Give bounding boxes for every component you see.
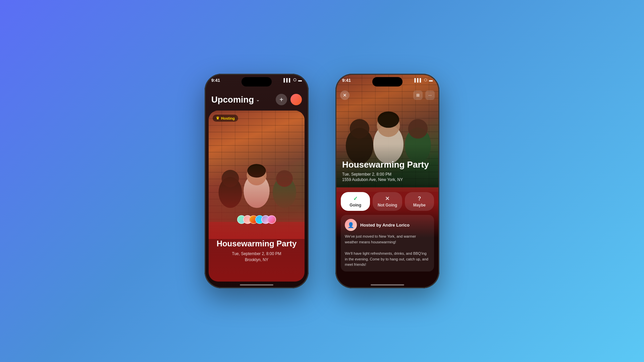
maybe-label: Maybe: [413, 203, 426, 207]
going-button[interactable]: ✓ Going: [341, 192, 370, 211]
user-avatar[interactable]: [290, 94, 302, 105]
signal-icon: ▌▌▌: [284, 78, 291, 82]
share-icon[interactable]: ⊞: [413, 90, 423, 100]
host-name: Hosted by Andre Lorico: [360, 223, 410, 228]
dynamic-island: [241, 77, 272, 86]
event-title: Housewarming Party: [217, 239, 297, 249]
phones-container: 9:41 ▌▌▌ ⬡ ▬ Upcoming ⌄ +: [205, 74, 439, 288]
event-detail-title: Housewarming Party: [342, 160, 433, 170]
home-indicator: [240, 284, 273, 286]
chevron-down-icon: ⌄: [256, 97, 260, 102]
top-actions: ⊞ ···: [413, 90, 435, 100]
phone2-home-indicator: [371, 284, 404, 286]
phone2-status-icons: ▌▌▌ ⬡ ▬: [415, 78, 433, 82]
rsvp-buttons: ✓ Going ✕ Not Going ? Maybe: [341, 192, 434, 211]
upcoming-title: Upcoming: [211, 95, 254, 105]
close-button-wrapper: ✕: [340, 90, 350, 100]
going-check-icon: ✓: [353, 195, 358, 202]
phone-list: 9:41 ▌▌▌ ⬡ ▬ Upcoming ⌄ +: [205, 74, 309, 288]
top-avatar-row: [237, 215, 276, 224]
avatar-6: [267, 215, 276, 224]
not-going-icon: ✕: [385, 195, 389, 202]
header-actions: +: [276, 94, 302, 105]
host-avatar: 👤: [345, 219, 357, 231]
status-time: 9:41: [211, 78, 220, 83]
not-going-button[interactable]: ✕ Not Going: [373, 192, 402, 211]
phone2-signal-icon: ▌▌▌: [415, 78, 422, 82]
phone2-screen: 9:41 ▌▌▌ ⬡ ▬ ✕ ⊞ ··· Housewarming: [335, 74, 439, 288]
event-card[interactable]: ♛ Hosting: [209, 111, 305, 282]
event-info: Housewarming Party Tue, September 2, 8:0…: [209, 222, 305, 282]
going-label: Going: [350, 203, 361, 207]
close-button[interactable]: ✕: [340, 90, 350, 100]
event-photo: ♛ Hosting: [209, 111, 305, 239]
phone1-header: Upcoming ⌄ +: [205, 90, 309, 109]
crown-icon: ♛: [216, 116, 219, 120]
event-detail-info: Housewarming Party Tue, September 2, 8:0…: [335, 160, 439, 187]
event-detail-date: Tue, September 2, 8:00 PM: [342, 172, 433, 177]
title-group[interactable]: Upcoming ⌄: [211, 95, 260, 105]
maybe-button[interactable]: ? Maybe: [405, 192, 434, 211]
description-text-2: We'll have light refreshments, drinks, a…: [345, 251, 430, 267]
add-event-button[interactable]: +: [276, 94, 287, 105]
more-options-icon[interactable]: ···: [425, 90, 435, 100]
rsvp-section: ✓ Going ✕ Not Going ? Maybe 👤: [335, 187, 439, 288]
description-text-1: We've just moved to New York, and warmer…: [345, 234, 430, 245]
battery-icon: ▬: [298, 78, 302, 82]
event-location: Brooklyn, NY: [245, 257, 268, 263]
phone-detail: 9:41 ▌▌▌ ⬡ ▬ ✕ ⊞ ··· Housewarming: [335, 74, 439, 288]
phone2-wifi-icon: ⬡: [424, 78, 427, 82]
phone1-screen: 9:41 ▌▌▌ ⬡ ▬ Upcoming ⌄ +: [205, 74, 309, 288]
not-going-label: Not Going: [378, 203, 397, 207]
status-icons: ▌▌▌ ⬡ ▬: [284, 78, 302, 82]
phone2-status-time: 9:41: [342, 78, 351, 83]
close-icon: ✕: [343, 93, 347, 98]
event-detail-location: 1559 Audubon Ave, New York, NY: [342, 177, 433, 182]
hosting-badge: ♛ Hosting: [213, 115, 238, 122]
event-date: Tue, September 2, 8:00 PM: [232, 251, 281, 257]
host-row: 👤 Hosted by Andre Lorico: [345, 219, 430, 231]
description-card: 👤 Hosted by Andre Lorico We've just move…: [341, 215, 434, 272]
avatar-stack: [237, 215, 276, 224]
maybe-icon: ?: [418, 196, 421, 202]
phone2-battery-icon: ▬: [429, 78, 433, 82]
hosting-label: Hosting: [221, 116, 235, 120]
wifi-icon: ⬡: [293, 78, 297, 82]
phone2-dynamic-island: [372, 77, 402, 86]
